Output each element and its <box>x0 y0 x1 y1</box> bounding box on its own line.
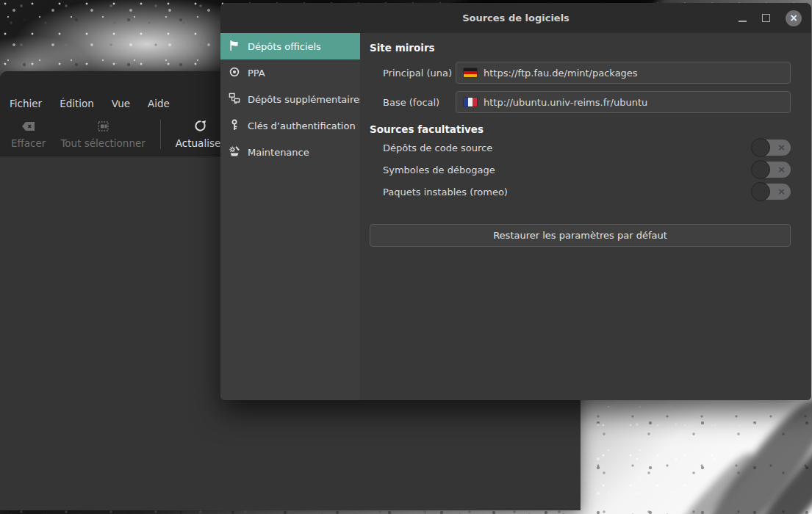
toggle-off-icon: × <box>777 142 786 152</box>
sidebar-item-label: Clés d’authentification <box>248 120 356 131</box>
unstable-packages-label: Paquets instables (romeo) <box>383 187 752 198</box>
mirror-row-principal: Principal (una) https://ftp.fau.de/mint/… <box>370 62 791 84</box>
optional-sources-heading: Sources facultatives <box>370 123 791 137</box>
flag-icon <box>229 40 240 54</box>
software-sources-dialog: Sources de logiciels × Dépôts officiels <box>220 3 811 400</box>
mirrors-heading: Site miroirs <box>370 42 791 55</box>
close-icon[interactable]: × <box>786 10 802 26</box>
unstable-packages-toggle[interactable]: × <box>752 184 791 200</box>
dialog-content: Site miroirs Principal (una) https://ftp… <box>360 33 811 400</box>
germany-flag-icon <box>464 68 477 77</box>
mirror-base-button[interactable]: http://ubuntu.univ-reims.fr/ubuntu <box>456 91 791 113</box>
dialog-body: Dépôts officiels PPA <box>220 33 811 400</box>
clear-button-label: Effacer <box>11 137 46 149</box>
source-code-toggle[interactable]: × <box>752 140 791 156</box>
mirror-principal-button[interactable]: https://ftp.fau.de/mint/packages <box>456 62 791 84</box>
unstable-packages-row: Paquets instables (romeo) × <box>370 181 791 203</box>
dialog-titlebar[interactable]: Sources de logiciels × <box>220 3 811 33</box>
desktop: Fichier Édition Vue Aide Effacer <box>0 0 812 514</box>
menu-fichier[interactable]: Fichier <box>7 95 45 112</box>
mirror-row-base: Base (focal) http://ubuntu.univ-reims.fr… <box>370 91 791 113</box>
toggle-off-icon: × <box>777 164 786 174</box>
toolbar-separator <box>160 120 161 149</box>
sidebar-item-label: PPA <box>248 68 265 79</box>
sidebar-item-label: Dépôts supplémentaires <box>248 94 364 105</box>
debug-symbols-row: Symboles de débogage × <box>370 159 791 181</box>
sidebar-item-cles-authentification[interactable]: Clés d’authentification <box>220 112 360 139</box>
sidebar-item-label: Maintenance <box>248 147 309 158</box>
dialog-sidebar: Dépôts officiels PPA <box>220 33 360 400</box>
source-code-row: Dépôts de code source × <box>370 137 791 159</box>
dialog-title: Sources de logiciels <box>220 12 811 23</box>
key-icon <box>229 119 240 133</box>
maximize-icon[interactable] <box>762 14 770 22</box>
sidebar-item-label: Dépôts officiels <box>248 41 321 52</box>
sidebar-item-ppa[interactable]: PPA <box>220 59 360 86</box>
menu-edition[interactable]: Édition <box>57 95 97 112</box>
select-all-button[interactable]: Tout sélectionner <box>53 117 152 152</box>
toggle-knob <box>751 160 770 179</box>
france-flag-icon <box>464 98 477 106</box>
mirror-principal-label: Principal (una) <box>383 68 456 79</box>
select-all-button-label: Tout sélectionner <box>60 137 145 149</box>
select-all-icon <box>97 120 109 135</box>
refresh-icon <box>194 120 206 135</box>
minimize-icon[interactable] <box>739 21 747 22</box>
menu-vue[interactable]: Vue <box>109 95 133 112</box>
mirror-base-url: http://ubuntu.univ-reims.fr/ubuntu <box>484 97 647 108</box>
sidebar-item-depots-officiels[interactable]: Dépôts officiels <box>220 33 360 59</box>
debug-symbols-label: Symboles de débogage <box>383 164 752 175</box>
toggle-off-icon: × <box>777 187 786 196</box>
restore-defaults-button[interactable]: Restaurer les paramètres par défaut <box>370 224 791 247</box>
target-icon <box>229 66 240 80</box>
toggle-knob <box>751 138 770 157</box>
clear-button[interactable]: Effacer <box>4 117 53 152</box>
refresh-button-label: Actualiser <box>176 137 225 149</box>
menu-aide[interactable]: Aide <box>145 95 173 112</box>
tools-icon <box>229 145 240 159</box>
source-code-label: Dépôts de code source <box>383 142 752 153</box>
clear-icon <box>21 120 36 135</box>
window-controls: × <box>739 10 802 26</box>
network-icon <box>229 93 240 106</box>
mirror-principal-url: https://ftp.fau.de/mint/packages <box>484 68 638 79</box>
sidebar-item-maintenance[interactable]: Maintenance <box>220 139 360 165</box>
sidebar-item-depots-supplementaires[interactable]: Dépôts supplémentaires <box>220 86 360 112</box>
debug-symbols-toggle[interactable]: × <box>752 162 791 178</box>
toggle-knob <box>751 182 770 201</box>
mirror-base-label: Base (focal) <box>383 97 456 108</box>
